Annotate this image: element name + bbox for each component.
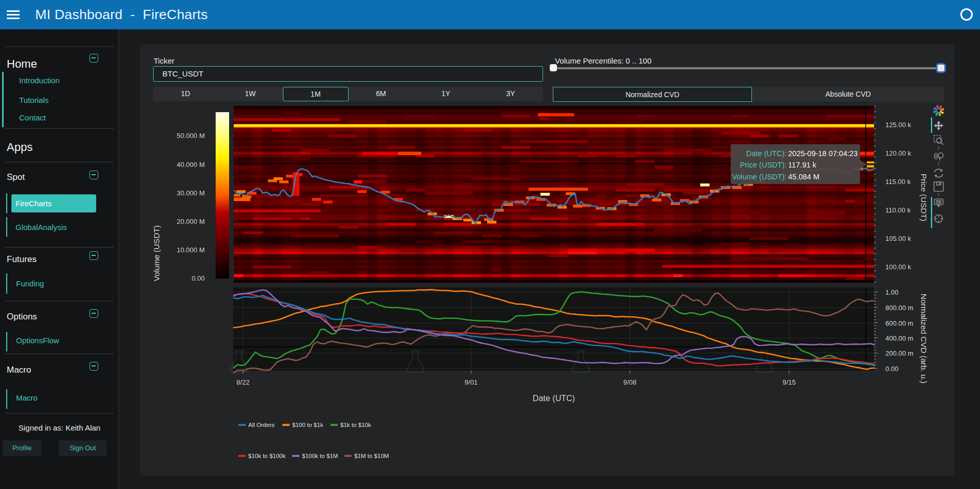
svg-text:All Orders: All Orders xyxy=(248,422,275,428)
svg-text:120.00 k: 120.00 k xyxy=(885,149,911,157)
svg-text:1.00: 1.00 xyxy=(885,288,898,296)
svg-text:10.000 M: 10.000 M xyxy=(177,246,205,254)
svg-text:Volume (USDT):: Volume (USDT): xyxy=(732,173,787,181)
svg-text:600.00 m: 600.00 m xyxy=(885,319,913,327)
svg-text:115.00 k: 115.00 k xyxy=(885,178,911,186)
svg-text:0.00: 0.00 xyxy=(192,274,205,282)
svg-text:800.00 m: 800.00 m xyxy=(885,304,913,312)
svg-text:8/22: 8/22 xyxy=(236,378,249,386)
svg-text:$1M to $10M: $1M to $10M xyxy=(354,453,389,459)
svg-text:Date (UTC):: Date (UTC): xyxy=(746,149,787,158)
svg-text:200.00 m: 200.00 m xyxy=(885,349,913,357)
svg-text:20.000 M: 20.000 M xyxy=(177,218,205,225)
svg-text:0.00: 0.00 xyxy=(885,365,898,373)
svg-text:117.91 k: 117.91 k xyxy=(788,161,817,169)
svg-text:$100 to $1k: $100 to $1k xyxy=(292,422,323,428)
svg-text:$100k to $1M: $100k to $1M xyxy=(302,453,338,459)
svg-text:40.000 M: 40.000 M xyxy=(177,161,205,169)
svg-text:9/01: 9/01 xyxy=(464,378,477,386)
svg-text:9/15: 9/15 xyxy=(782,378,795,386)
svg-text:2025-09-18 07:04:23: 2025-09-18 07:04:23 xyxy=(788,149,858,158)
svg-text:$1k to $10k: $1k to $10k xyxy=(340,422,371,428)
svg-text:$10k to $100k: $10k to $100k xyxy=(248,453,286,459)
svg-text:100.00 k: 100.00 k xyxy=(885,263,911,271)
svg-text:105.00 k: 105.00 k xyxy=(885,235,911,242)
svg-text:Normalized CVD (arb. u.): Normalized CVD (arb. u.) xyxy=(919,294,928,384)
svg-text:50.000 M: 50.000 M xyxy=(177,132,205,140)
svg-text:125.00 k: 125.00 k xyxy=(885,121,911,129)
svg-text:Date (UTC): Date (UTC) xyxy=(533,394,575,403)
svg-text:110.00 k: 110.00 k xyxy=(885,206,911,214)
svg-text:Price (USDT):: Price (USDT): xyxy=(740,161,787,169)
svg-text:30.000 M: 30.000 M xyxy=(177,189,205,197)
svg-text:9/08: 9/08 xyxy=(623,378,636,386)
svg-text:400.00 m: 400.00 m xyxy=(885,334,913,342)
svg-text:Price (USDT): Price (USDT) xyxy=(919,174,928,221)
svg-text:Volume (USDT): Volume (USDT) xyxy=(152,225,161,282)
svg-text:45.084 M: 45.084 M xyxy=(788,173,819,181)
